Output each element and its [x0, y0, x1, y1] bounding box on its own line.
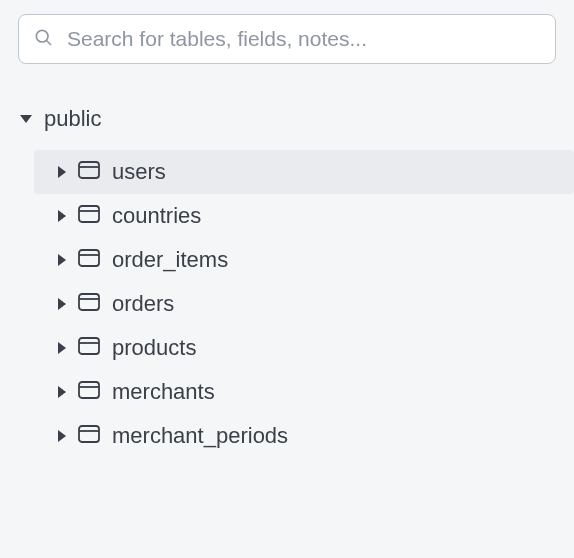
table-icon	[78, 203, 100, 229]
search-icon	[33, 27, 53, 51]
svg-rect-8	[79, 294, 99, 310]
caret-right-icon	[58, 386, 66, 398]
caret-right-icon	[58, 342, 66, 354]
schema-tree: public users	[18, 102, 556, 458]
table-label: users	[112, 159, 166, 185]
caret-right-icon	[58, 166, 66, 178]
table-node-order-items[interactable]: order_items	[34, 238, 574, 282]
table-icon	[78, 379, 100, 405]
caret-right-icon	[58, 298, 66, 310]
svg-rect-6	[79, 250, 99, 266]
caret-right-icon	[58, 254, 66, 266]
table-icon	[78, 159, 100, 185]
schema-label: public	[44, 106, 101, 132]
table-node-orders[interactable]: orders	[34, 282, 574, 326]
table-node-users[interactable]: users	[34, 150, 574, 194]
svg-rect-10	[79, 338, 99, 354]
caret-right-icon	[58, 210, 66, 222]
svg-rect-2	[79, 162, 99, 178]
table-node-merchant-periods[interactable]: merchant_periods	[34, 414, 574, 458]
caret-right-icon	[58, 430, 66, 442]
schema-children: users countries	[34, 150, 556, 458]
table-node-merchants[interactable]: merchants	[34, 370, 574, 414]
table-icon	[78, 335, 100, 361]
search-input[interactable]	[67, 27, 541, 51]
svg-line-1	[47, 41, 51, 45]
table-label: order_items	[112, 247, 228, 273]
svg-rect-12	[79, 382, 99, 398]
caret-down-icon	[20, 115, 32, 123]
table-label: merchants	[112, 379, 215, 405]
table-icon	[78, 247, 100, 273]
table-label: merchant_periods	[112, 423, 288, 449]
table-icon	[78, 291, 100, 317]
svg-rect-4	[79, 206, 99, 222]
table-node-products[interactable]: products	[34, 326, 574, 370]
table-node-countries[interactable]: countries	[34, 194, 574, 238]
table-label: orders	[112, 291, 174, 317]
schema-node-public[interactable]: public	[18, 102, 556, 136]
table-label: products	[112, 335, 196, 361]
table-label: countries	[112, 203, 201, 229]
search-field-wrapper[interactable]	[18, 14, 556, 64]
svg-rect-14	[79, 426, 99, 442]
table-icon	[78, 423, 100, 449]
sidebar-panel: public users	[0, 0, 574, 458]
